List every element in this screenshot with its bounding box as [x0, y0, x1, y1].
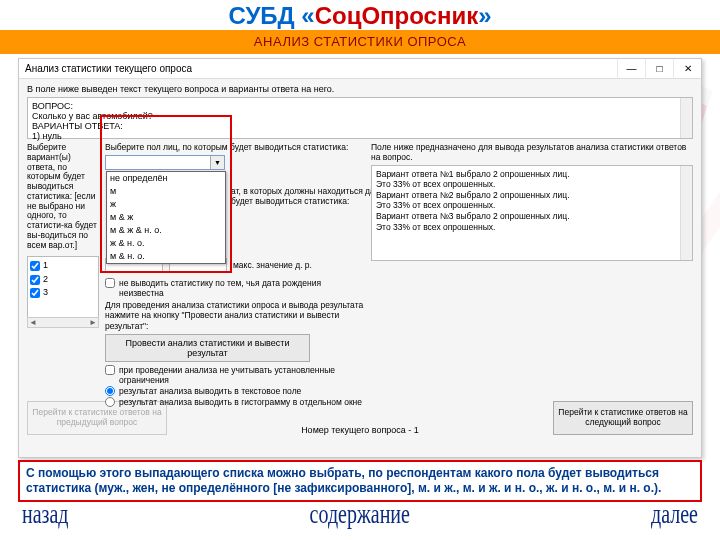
gender-option[interactable]: не определён: [107, 172, 225, 185]
variant-check[interactable]: 2: [30, 273, 96, 287]
nav-back[interactable]: назад: [22, 499, 69, 530]
window-title: Анализ статистики текущего опроса: [25, 63, 617, 74]
current-question-label: Номер текущего вопроса - 1: [301, 425, 419, 435]
next-question-button[interactable]: Перейти к статистике ответов на следующи…: [553, 401, 693, 435]
intro-text: В поле ниже выведен текст текущего вопро…: [27, 84, 693, 94]
a-label: ВАРИАНТЫ ОТВЕТА:: [32, 121, 688, 131]
run-analysis-button[interactable]: Провести анализ статистики и вывести рез…: [105, 334, 310, 362]
section-title: АНАЛИЗ СТАТИСТИКИ ОПРОСА: [0, 30, 720, 54]
result-line: Это 33% от всех опрошенных.: [376, 179, 688, 190]
dob-max-label: макс. значение д. р.: [233, 260, 312, 270]
ignore-limits-check[interactable]: при проведении анализа не учитывать уста…: [105, 365, 365, 385]
variant-check[interactable]: 1: [30, 259, 96, 273]
gender-option[interactable]: ж & н. о.: [107, 237, 225, 250]
results-box: Вариант ответа №1 выбрало 2 опрошенных л…: [371, 165, 693, 261]
chevron-down-icon[interactable]: ▼: [210, 156, 224, 169]
variants-list: 1 2 3: [27, 256, 99, 318]
variant-check[interactable]: 3: [30, 286, 96, 300]
run-hint: Для проведения анализа статистики опроса…: [105, 300, 365, 331]
result-line: Вариант ответа №1 выбрало 2 опрошенных л…: [376, 169, 688, 180]
q-label: ВОПРОС:: [32, 101, 688, 111]
gender-option[interactable]: ж: [107, 198, 225, 211]
results-label: Поле ниже предназначено для вывода резул…: [371, 143, 693, 163]
maximize-button[interactable]: □: [645, 59, 673, 79]
gender-option[interactable]: м: [107, 185, 225, 198]
nav-next[interactable]: далее: [651, 499, 698, 530]
gender-option[interactable]: м & ж & н. о.: [107, 224, 225, 237]
q-text: Сколько у вас автомобилей?: [32, 111, 688, 121]
result-line: Вариант ответа №2 выбрало 2 опрошенных л…: [376, 190, 688, 201]
brand-title: СУБД «СоцОпросник»: [0, 0, 720, 30]
output-text-radio[interactable]: результат анализа выводить в текстовое п…: [105, 386, 365, 396]
result-line: Это 33% от всех опрошенных.: [376, 222, 688, 233]
stats-window: Анализ статистики текущего опроса — □ ✕ …: [18, 58, 702, 458]
result-line: Это 33% от всех опрошенных.: [376, 200, 688, 211]
question-box: ВОПРОС: Сколько у вас автомобилей? ВАРИА…: [27, 97, 693, 139]
gender-label: Выберите пол лиц, по которым будет вывод…: [105, 143, 365, 153]
result-line: Вариант ответа №3 выбрало 2 опрошенных л…: [376, 211, 688, 222]
output-histogram-radio[interactable]: результат анализа выводить в гистограмму…: [105, 397, 365, 407]
titlebar: Анализ статистики текущего опроса — □ ✕: [19, 59, 701, 79]
minimize-button[interactable]: —: [617, 59, 645, 79]
variants-label: Выберите вариант(ы) ответа, по которым б…: [27, 143, 99, 250]
slide-annotation: С помощью этого выпадающего списка можно…: [18, 460, 702, 502]
nav-toc[interactable]: содержание: [310, 499, 410, 530]
gender-option[interactable]: м & ж: [107, 211, 225, 224]
gender-combo[interactable]: ▼ не определён м ж м & ж м & ж & н. о. ж…: [105, 155, 225, 170]
h-scrollbar[interactable]: ◄►: [27, 317, 99, 328]
scrollbar[interactable]: [680, 166, 692, 260]
close-button[interactable]: ✕: [673, 59, 701, 79]
unknown-dob-check[interactable]: не выводить статистику по тем, чья дата …: [105, 278, 365, 298]
a-text: 1) нуль: [32, 131, 688, 141]
slide-nav: назад содержание далее: [0, 503, 720, 526]
gender-dropdown: не определён м ж м & ж м & ж & н. о. ж &…: [106, 171, 226, 264]
scrollbar[interactable]: [680, 98, 692, 138]
gender-option[interactable]: м & н. о.: [107, 250, 225, 263]
